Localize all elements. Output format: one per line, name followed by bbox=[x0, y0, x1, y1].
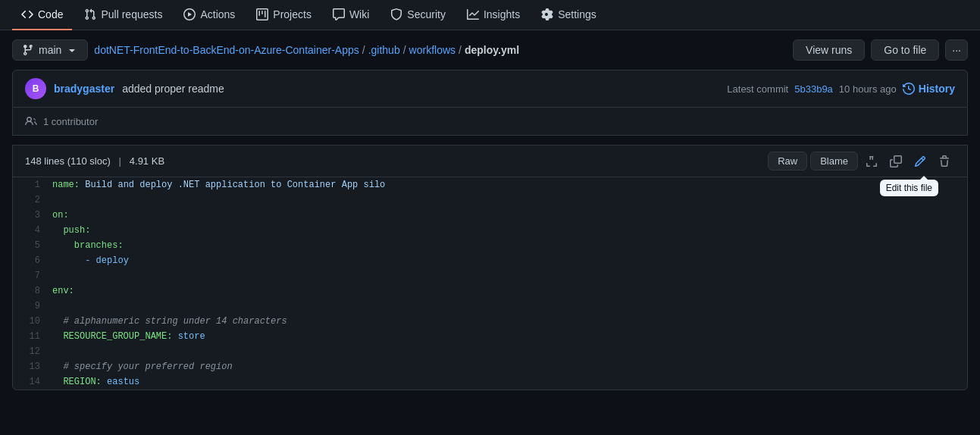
line-number: 2 bbox=[13, 192, 52, 208]
file-size: 4.91 KB bbox=[130, 155, 164, 167]
line-number: 7 bbox=[13, 268, 52, 283]
line-content bbox=[52, 344, 967, 359]
history-button[interactable]: History bbox=[903, 83, 955, 95]
people-icon bbox=[25, 115, 37, 127]
code-line-5: 5 branches: bbox=[13, 238, 967, 253]
code-line-11: 11 RESOURCE_GROUP_NAME: store bbox=[13, 329, 967, 344]
breadcrumb-sep-1: / bbox=[362, 44, 365, 56]
line-number: 6 bbox=[13, 253, 52, 268]
breadcrumb-repo[interactable]: dotNET-FrontEnd-to-BackEnd-on-Azure-Cont… bbox=[94, 44, 358, 56]
breadcrumb-path1[interactable]: .github bbox=[368, 44, 400, 56]
file-actions: Raw Blame Edit this file bbox=[768, 152, 955, 171]
breadcrumb: dotNET-FrontEnd-to-BackEnd-on-Azure-Cont… bbox=[94, 44, 519, 56]
code-line-3: 3 on: bbox=[13, 208, 967, 223]
edit-file-button[interactable] bbox=[910, 152, 931, 171]
line-content: name: Build and deploy .NET application … bbox=[52, 177, 967, 192]
nav-insights-label: Insights bbox=[484, 8, 520, 20]
line-content: REGION: eastus bbox=[52, 374, 967, 390]
nav-settings[interactable]: Settings bbox=[532, 0, 606, 30]
more-options-button[interactable]: ··· bbox=[945, 39, 968, 61]
nav-projects-label: Projects bbox=[273, 8, 312, 20]
nav-security[interactable]: Security bbox=[381, 0, 455, 30]
line-number: 14 bbox=[13, 374, 52, 390]
commit-user[interactable]: bradygaster bbox=[54, 83, 114, 95]
projects-icon bbox=[256, 8, 268, 20]
security-icon bbox=[390, 8, 402, 20]
nav-insights[interactable]: Insights bbox=[458, 0, 529, 30]
breadcrumb-file: deploy.yml bbox=[465, 44, 519, 56]
file-meta: 148 lines (110 sloc) | 4.91 KB bbox=[25, 155, 164, 167]
file-container: 148 lines (110 sloc) | 4.91 KB Raw Blame bbox=[12, 145, 968, 390]
breadcrumb-left: main dotNET-FrontEnd-to-BackEnd-on-Azure… bbox=[12, 39, 519, 61]
code-line-8: 8 env: bbox=[13, 283, 967, 299]
code-line-14: 14 REGION: eastus bbox=[13, 374, 967, 390]
blame-button[interactable]: Blame bbox=[810, 152, 858, 171]
raw-button[interactable]: Raw bbox=[768, 152, 807, 171]
breadcrumb-bar: main dotNET-FrontEnd-to-BackEnd-on-Azure… bbox=[0, 30, 980, 70]
copy-icon bbox=[890, 155, 902, 167]
line-number: 1 bbox=[13, 177, 52, 192]
breadcrumb-sep-2: / bbox=[403, 44, 406, 56]
commit-latest-prefix: Latest commit bbox=[727, 83, 788, 95]
fullscreen-button[interactable] bbox=[861, 152, 882, 171]
history-icon bbox=[903, 83, 915, 95]
avatar: B bbox=[25, 78, 46, 99]
nav-pr-label: Pull requests bbox=[101, 8, 162, 20]
code-icon bbox=[21, 8, 33, 20]
line-number: 11 bbox=[13, 329, 52, 344]
line-content: branches: bbox=[52, 238, 967, 253]
delete-file-button[interactable] bbox=[934, 152, 955, 171]
line-content: push: bbox=[52, 223, 967, 238]
line-content bbox=[52, 299, 967, 314]
commit-right: Latest commit 5b33b9a 10 hours ago Histo… bbox=[727, 83, 955, 95]
branch-selector[interactable]: main bbox=[12, 39, 88, 61]
code-line-10: 10 # alphanumeric string under 14 charac… bbox=[13, 314, 967, 329]
nav-settings-label: Settings bbox=[558, 8, 596, 20]
line-number: 3 bbox=[13, 208, 52, 223]
contributor-count: 1 contributor bbox=[43, 116, 98, 127]
line-content: on: bbox=[52, 208, 967, 223]
wiki-icon bbox=[333, 8, 345, 20]
commit-hash[interactable]: 5b33b9a bbox=[794, 83, 833, 95]
line-number: 13 bbox=[13, 359, 52, 374]
edit-file-container: Edit this file bbox=[910, 152, 931, 171]
edit-file-tooltip: Edit this file bbox=[880, 180, 938, 196]
code-line-4: 4 push: bbox=[13, 223, 967, 238]
trash-icon bbox=[938, 155, 950, 167]
history-label: History bbox=[919, 83, 955, 95]
nav-wiki-label: Wiki bbox=[349, 8, 369, 20]
line-content: env: bbox=[52, 283, 967, 299]
contributor-bar: 1 contributor bbox=[12, 108, 968, 136]
line-content: # alphanumeric string under 14 character… bbox=[52, 314, 967, 329]
copy-button[interactable] bbox=[885, 152, 906, 171]
file-toolbar: 148 lines (110 sloc) | 4.91 KB Raw Blame bbox=[13, 146, 967, 177]
commit-message: added proper readme bbox=[122, 83, 224, 95]
commit-bar: B bradygaster added proper readme Latest… bbox=[12, 70, 968, 108]
nav-wiki[interactable]: Wiki bbox=[324, 0, 378, 30]
branch-icon bbox=[22, 44, 34, 56]
screen-full-icon bbox=[866, 155, 878, 167]
nav-actions[interactable]: Actions bbox=[174, 0, 244, 30]
nav-security-label: Security bbox=[407, 8, 446, 20]
line-content: - deploy bbox=[52, 253, 967, 268]
code-line-1: 1 name: Build and deploy .NET applicatio… bbox=[13, 177, 967, 192]
code-line-13: 13 # specify your preferred region bbox=[13, 359, 967, 374]
nav-code[interactable]: Code bbox=[12, 0, 72, 30]
code-line-12: 12 bbox=[13, 344, 967, 359]
line-content bbox=[52, 268, 967, 283]
nav-projects[interactable]: Projects bbox=[247, 0, 321, 30]
code-line-2: 2 bbox=[13, 192, 967, 208]
commit-time: 10 hours ago bbox=[839, 83, 897, 95]
go-to-file-button[interactable]: Go to file bbox=[871, 39, 939, 61]
line-number: 9 bbox=[13, 299, 52, 314]
nav-pull-requests[interactable]: Pull requests bbox=[75, 0, 171, 30]
breadcrumb-path2[interactable]: workflows bbox=[409, 44, 456, 56]
line-number: 5 bbox=[13, 238, 52, 253]
settings-icon bbox=[541, 8, 553, 20]
nav-actions-label: Actions bbox=[200, 8, 235, 20]
branch-name: main bbox=[39, 44, 61, 56]
pr-icon bbox=[84, 8, 96, 20]
view-runs-button[interactable]: View runs bbox=[793, 39, 865, 61]
insights-icon bbox=[467, 8, 479, 20]
code-area: 1 name: Build and deploy .NET applicatio… bbox=[13, 177, 967, 390]
